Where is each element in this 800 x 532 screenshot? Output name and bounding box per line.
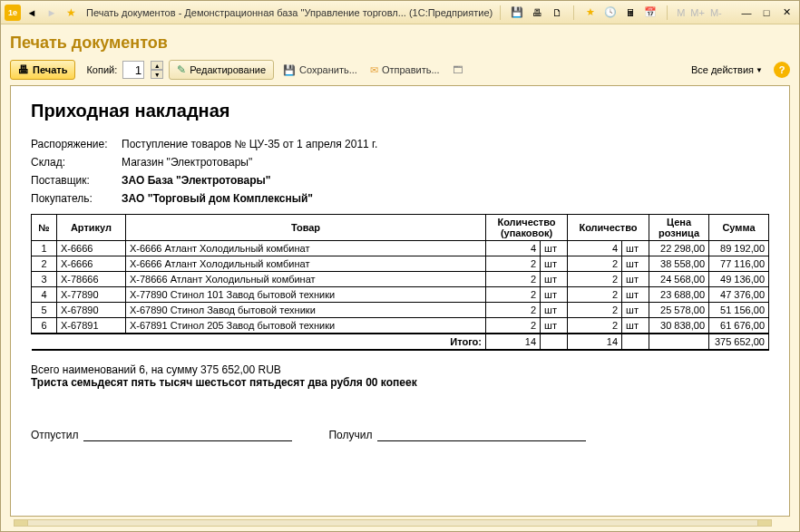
table-row: 1X-6666X-6666 Атлант Холодильный комбина… (32, 241, 769, 256)
status-bar (10, 518, 790, 527)
summary-words: Триста семьдесят пять тысяч шестьсот пят… (31, 376, 769, 389)
page-title: Печать документов (10, 34, 790, 53)
star-icon[interactable]: ★ (63, 5, 79, 21)
m-minus-button[interactable]: M- (708, 7, 724, 18)
save-link-label: Сохранить... (299, 64, 357, 75)
m-button[interactable]: M (675, 7, 687, 18)
table-row: 5X-67890X-67890 Стинол Завод бытовой тех… (32, 303, 769, 318)
print-button[interactable]: 🖶 Печать (10, 60, 75, 80)
calc-icon[interactable]: 🖩 (621, 5, 639, 21)
table-row: 2X-6666X-6666 Атлант Холодильный комбина… (32, 256, 769, 272)
save-link[interactable]: 💾 Сохранить... (279, 63, 361, 78)
edit-icon: ✎ (177, 63, 186, 76)
back-button[interactable]: ◄ (23, 5, 41, 21)
buyer-value: ЗАО "Торговый дом Комплексный" (122, 192, 313, 205)
summary-line: Всего наименований 6, на сумму 375 652,0… (31, 363, 769, 376)
preview-icon[interactable]: 🗋 (548, 5, 566, 21)
chevron-down-icon: ▼ (756, 66, 763, 74)
mail-icon: ✉ (370, 64, 378, 76)
table-header-row: № Артикул Товар Количество (упаковок) Ко… (32, 215, 769, 241)
supplier-label: Поставщик: (31, 174, 122, 187)
sign-out-line (83, 429, 292, 441)
maximize-button[interactable]: □ (757, 5, 776, 21)
sign-in-label: Получил (328, 429, 372, 441)
document-area: Приходная накладная Распоряжение: Поступ… (10, 85, 790, 517)
calendar-icon[interactable]: 📅 (641, 5, 659, 21)
window-title: Печать документов - Демонстрационная баз… (81, 7, 493, 18)
table-row: 6X-67891X-67891 Стинол 205 Завод бытовой… (32, 318, 769, 334)
items-table: № Артикул Товар Количество (упаковок) Ко… (31, 214, 769, 351)
warehouse-value: Магазин "Электротовары" (122, 156, 252, 169)
print-button-label: Печать (33, 64, 67, 75)
send-link-label: Отправить... (382, 64, 440, 75)
warehouse-label: Склад: (31, 156, 122, 169)
minimize-button[interactable]: — (737, 5, 756, 21)
copies-spinner[interactable]: ▲▼ (151, 61, 163, 79)
close-button[interactable]: ✕ (777, 5, 795, 21)
history-icon[interactable]: 🕓 (601, 5, 620, 21)
options-button[interactable]: 🗔 (449, 63, 466, 77)
save-disk-icon[interactable]: 💾 (508, 5, 526, 21)
forward-button[interactable]: ► (43, 5, 61, 21)
titlebar: 1e ◄ ► ★ Печать документов - Демонстраци… (1, 1, 799, 24)
all-actions-dropdown[interactable]: Все действия ▼ (691, 64, 763, 75)
sign-out-label: Отпустил (31, 429, 78, 441)
table-row: 4X-77890X-77890 Стинол 101 Завод бытовой… (32, 287, 769, 303)
buyer-label: Покупатель: (31, 192, 122, 205)
all-actions-label: Все действия (691, 64, 754, 75)
help-icon[interactable]: ? (774, 62, 790, 78)
printer-icon: 🖶 (18, 63, 29, 76)
app-logo-icon: 1e (5, 5, 21, 21)
print-icon[interactable]: 🖶 (528, 5, 546, 21)
toolbar: 🖶 Печать Копий: ▲▼ ✎ Редактирование 💾 Со… (10, 60, 790, 80)
order-value: Поступление товаров № ЦУ-35 от 1 апреля … (122, 138, 377, 150)
copies-input[interactable] (122, 61, 144, 79)
save-icon: 💾 (283, 64, 296, 76)
sign-in-line (377, 429, 586, 441)
favorite-icon[interactable]: ★ (581, 5, 600, 21)
m-plus-button[interactable]: M+ (688, 7, 707, 18)
totals-row: Итого:1414375 652,00 (32, 334, 769, 350)
copies-label: Копий: (86, 64, 117, 75)
edit-button-label: Редактирование (190, 64, 266, 75)
order-label: Распоряжение: (31, 138, 122, 150)
options-icon: 🗔 (453, 64, 463, 75)
supplier-value: ЗАО База "Электротовары" (122, 174, 270, 187)
table-row: 3X-78666X-78666 Атлант Холодильный комби… (32, 272, 769, 287)
send-link[interactable]: ✉ Отправить... (366, 63, 444, 78)
horizontal-scrollbar[interactable] (14, 519, 772, 527)
edit-button[interactable]: ✎ Редактирование (169, 60, 274, 80)
document-title: Приходная накладная (31, 101, 769, 121)
